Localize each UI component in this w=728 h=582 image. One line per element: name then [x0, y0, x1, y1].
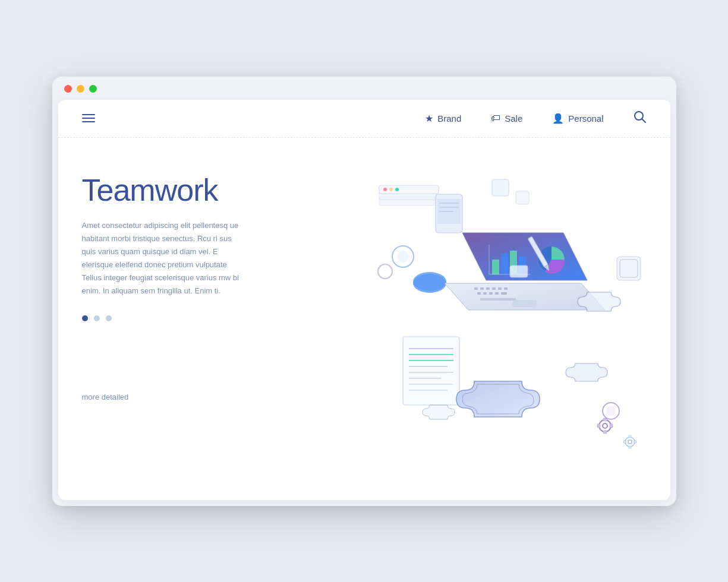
dot-3[interactable]: [106, 315, 112, 321]
person-icon: 👤: [552, 113, 564, 124]
hero-section: Teamwork Amet consectetur adipiscing eli…: [58, 138, 670, 500]
svg-point-5: [383, 188, 387, 191]
svg-rect-21: [492, 260, 499, 274]
svg-point-54: [603, 423, 607, 428]
svg-rect-64: [634, 441, 636, 443]
browser-chrome: [52, 77, 676, 93]
hero-title: Teamwork: [82, 173, 308, 207]
svg-rect-63: [623, 441, 626, 443]
svg-rect-22: [501, 254, 508, 274]
svg-point-53: [599, 420, 611, 432]
svg-rect-58: [610, 424, 613, 428]
svg-rect-61: [629, 435, 631, 438]
hero-description: Amet consectetur adipiscing elit pellent…: [82, 219, 242, 298]
svg-point-60: [628, 440, 632, 444]
star-icon: ★: [425, 113, 433, 124]
browser-content: ★ Brand 🏷 Sale 👤 Personal: [58, 100, 670, 500]
svg-rect-41: [513, 300, 537, 307]
svg-point-7: [395, 188, 399, 191]
svg-rect-4: [379, 185, 439, 194]
tag-icon: 🏷: [491, 113, 500, 124]
svg-rect-29: [474, 287, 478, 290]
svg-rect-39: [501, 292, 507, 295]
svg-rect-69: [510, 265, 528, 277]
close-button[interactable]: [64, 85, 72, 93]
svg-rect-36: [483, 292, 487, 295]
svg-rect-40: [480, 298, 516, 301]
nav-items: ★ Brand 🏷 Sale 👤 Personal: [425, 113, 603, 124]
svg-rect-42: [403, 337, 459, 405]
dot-1[interactable]: [82, 315, 88, 321]
navbar: ★ Brand 🏷 Sale 👤 Personal: [58, 100, 670, 138]
nav-personal[interactable]: 👤 Personal: [552, 113, 603, 124]
nav-sale[interactable]: 🏷 Sale: [491, 113, 522, 124]
browser-window: ★ Brand 🏷 Sale 👤 Personal: [52, 77, 676, 506]
svg-point-17: [378, 264, 392, 279]
svg-rect-13: [492, 179, 509, 196]
svg-rect-38: [495, 292, 499, 295]
svg-rect-35: [477, 292, 481, 295]
svg-point-59: [625, 437, 635, 447]
svg-rect-34: [504, 287, 508, 290]
svg-rect-57: [597, 424, 600, 428]
carousel-dots: [82, 315, 308, 321]
svg-point-6: [389, 188, 393, 191]
svg-rect-31: [486, 287, 490, 290]
svg-rect-56: [603, 431, 607, 434]
hero-text: Teamwork Amet consectetur adipiscing eli…: [82, 167, 308, 402]
svg-rect-32: [492, 287, 496, 290]
svg-rect-37: [489, 292, 493, 295]
dot-2[interactable]: [94, 315, 100, 321]
minimize-button[interactable]: [77, 85, 84, 93]
more-detailed-link[interactable]: more detailed: [82, 393, 308, 401]
svg-rect-30: [480, 287, 484, 290]
svg-point-66: [606, 406, 616, 416]
hamburger-menu[interactable]: [82, 114, 95, 122]
nav-brand[interactable]: ★ Brand: [425, 113, 461, 124]
svg-point-19: [413, 272, 446, 291]
svg-point-16: [397, 251, 409, 262]
isometric-svg: [326, 156, 670, 488]
hero-illustration: [308, 167, 647, 476]
maximize-button[interactable]: [89, 85, 97, 93]
svg-rect-62: [629, 446, 631, 448]
svg-rect-14: [516, 191, 529, 204]
svg-rect-33: [498, 287, 502, 290]
svg-line-1: [642, 119, 645, 122]
search-button[interactable]: [634, 110, 647, 126]
